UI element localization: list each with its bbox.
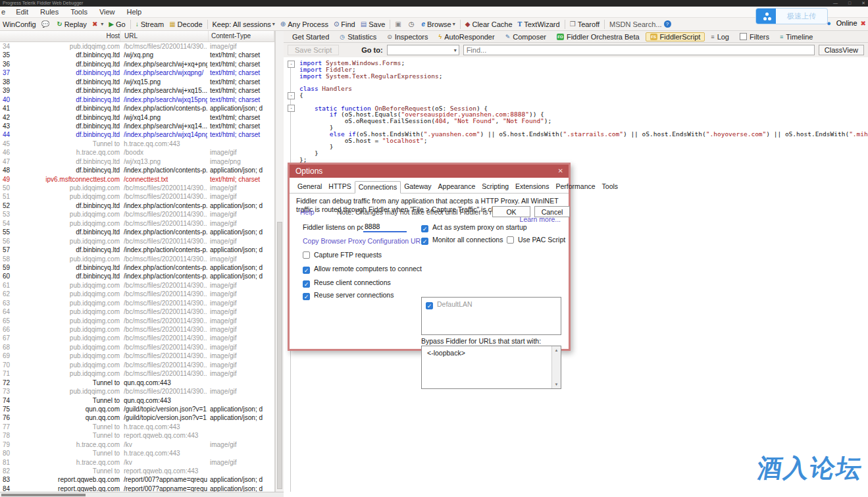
menu-rules[interactable]: Rules [34, 8, 64, 16]
session-row[interactable]: 42df.binbincyq.ltd/wj/xq14.pngtext/html;… [0, 113, 274, 122]
textwizard-button[interactable]: TTextWizard [515, 18, 563, 30]
session-row[interactable]: 62pub.idqqimg.com/bc/msc/files/20200114/… [0, 290, 274, 298]
tearoff-button[interactable]: ❐Tearoff [567, 18, 602, 30]
session-row[interactable]: 75qun.qq.com/guild/topic/version.json?v=… [0, 405, 274, 413]
vscrollbar-thumb[interactable] [277, 222, 282, 489]
ok-button[interactable]: OK [492, 206, 530, 217]
dialog-tab-connections[interactable]: Connections [355, 181, 401, 194]
menu-file[interactable]: e [0, 8, 10, 16]
session-row[interactable]: 49ipv6.msftconnecttest.com/connecttest.t… [0, 175, 274, 184]
session-row[interactable]: 59df.binbincyq.ltd/index.php/action/cont… [0, 263, 274, 272]
netdisk-upload-overlay[interactable]: 极速上传 [755, 8, 828, 24]
goto-dropdown[interactable]: ▾ [387, 45, 459, 55]
save-button[interactable]: ▤Save [358, 18, 388, 30]
capture-ftp-checkbox[interactable]: Capture FTP requests [303, 251, 382, 259]
session-row[interactable]: 55df.binbincyq.ltd/index.php/action/cont… [0, 228, 274, 236]
reuse-server-checkbox[interactable]: Reuse server connections [303, 291, 394, 300]
session-row[interactable]: 44df.binbincyq.ltd/index.php/search/wjxq… [0, 130, 274, 139]
tab-timeline[interactable]: ≡Timeline [775, 32, 817, 41]
session-list-header[interactable]: Host URL Content-Type [0, 31, 274, 42]
session-row[interactable]: 80Tunnel toh.trace.qq.com:443 [0, 449, 274, 458]
session-row[interactable]: 47df.binbincyq.ltd/wj/xq13.pngimage/png [0, 157, 274, 166]
dialog-tab-performance[interactable]: Performance [552, 181, 598, 193]
remove-sessions-button[interactable]: ✖▾ [89, 18, 106, 30]
save-script-button[interactable]: Save Script [288, 45, 339, 55]
tab-get-started[interactable]: Get Started [288, 32, 334, 41]
session-row[interactable]: 46h.trace.qq.com/boodximage/gif [0, 148, 274, 157]
close-button[interactable]: ✕ [861, 0, 865, 7]
dialog-tab-general[interactable]: General [294, 181, 325, 193]
session-row[interactable]: 56pub.idqqimg.com/bc/msc/files/20200114/… [0, 237, 274, 246]
go-button[interactable]: ▶Go [106, 18, 128, 30]
system-proxy-checkbox[interactable]: Act as system proxy on startup [421, 223, 527, 232]
bypass-scrollbar[interactable]: ▲ ▼ [551, 346, 561, 388]
msdn-search-button[interactable]: MSDN Search... ? [607, 18, 674, 30]
bypass-textarea[interactable]: <-loopback> ▲ ▼ [421, 346, 561, 389]
session-close-icon[interactable]: ✖ [861, 20, 866, 27]
session-row[interactable]: 63pub.idqqimg.com/bc/msc/files/20200114/… [0, 299, 274, 307]
session-list-hscrollbar[interactable] [0, 492, 284, 497]
tab-fiddler-orchestra[interactable]: FOFiddler Orchestra Beta [552, 32, 644, 41]
find-input[interactable] [463, 45, 815, 55]
session-row[interactable]: 48df.binbincyq.ltd/index.php/action/cont… [0, 166, 274, 174]
session-row[interactable]: 37df.binbincyq.ltd/index.php/search/wjxq… [0, 68, 274, 77]
session-row[interactable]: 53pub.idqqimg.com/bc/msc/files/20200114/… [0, 210, 274, 219]
menu-view[interactable]: View [93, 8, 121, 16]
menu-edit[interactable]: Edit [10, 8, 34, 16]
monitor-all-checkbox[interactable]: Monitor all connections [421, 236, 503, 245]
dialog-tab-appearance[interactable]: Appearance [435, 181, 479, 193]
session-row[interactable]: 34pub.idqqimg.com/bc/msc/files/20200114/… [0, 42, 274, 51]
session-row[interactable]: 57df.binbincyq.ltd/index.php/action/cont… [0, 246, 274, 254]
tab-fiddlerscript[interactable]: FSFiddlerScript [646, 32, 705, 41]
session-row[interactable]: 35df.binbincyq.ltd/wj/xq.pngtext/html; c… [0, 51, 274, 59]
online-indicator[interactable]: Online [836, 19, 857, 27]
copy-proxy-url-link[interactable]: Copy Browser Proxy Configuration URL [303, 237, 424, 245]
allow-remote-checkbox[interactable]: Allow remote computers to connect [303, 265, 422, 274]
dialog-tab-gateway[interactable]: Gateway [401, 181, 434, 193]
column-header-url[interactable]: URL [124, 31, 209, 41]
scroll-down-icon[interactable]: ▼ [552, 382, 561, 386]
session-list-vscrollbar[interactable] [275, 31, 284, 492]
reuse-client-checkbox[interactable]: Reuse client connections [303, 278, 391, 288]
session-row[interactable]: 70pub.idqqimg.com/bc/msc/files/20200114/… [0, 361, 274, 369]
replay-button[interactable]: ↻Replay [54, 18, 89, 30]
fold-toggle-icon[interactable]: - [288, 105, 295, 112]
dialog-tab-tools[interactable]: Tools [599, 181, 622, 193]
dialog-tab-extensions[interactable]: Extensions [512, 181, 552, 193]
dialog-close-icon[interactable]: ✕ [558, 165, 563, 178]
session-row[interactable]: 43df.binbincyq.ltd/index.php/search/wj+x… [0, 122, 274, 130]
session-row[interactable]: 81h.trace.qq.com/kvimage/gif [0, 458, 274, 467]
clear-cache-button[interactable]: ◆Clear Cache [463, 18, 515, 30]
session-row[interactable]: 74Tunnel toqun.qq.com:443 [0, 396, 274, 405]
session-row[interactable]: 36df.binbincyq.ltd/index.php/search/wj+x… [0, 60, 274, 68]
session-row[interactable]: 64pub.idqqimg.com/bc/msc/files/20200114/… [0, 307, 274, 316]
screenshot-button[interactable]: ▣ [392, 18, 405, 30]
session-row[interactable]: 54pub.idqqimg.com/bc/msc/files/20200114/… [0, 219, 274, 228]
any-process-button[interactable]: ⊕Any Process [278, 18, 331, 30]
tab-log[interactable]: ≡Log [706, 32, 734, 41]
session-row[interactable]: 51pub.idqqimg.com/bc/msc/files/20200114/… [0, 192, 274, 201]
keep-sessions-dropdown[interactable]: Keep: All sessions▾ [210, 18, 278, 30]
hscrollbar-thumb[interactable] [1, 494, 86, 496]
tab-composer[interactable]: ✎Composer [501, 32, 551, 41]
tab-filters[interactable]: Filters [735, 32, 774, 41]
session-row[interactable]: 60df.binbincyq.ltd/index.php/action/cont… [0, 272, 274, 280]
port-input[interactable] [363, 221, 407, 232]
session-row[interactable]: 41df.binbincyq.ltd/index.php/action/cont… [0, 104, 274, 113]
session-row[interactable]: 58pub.idqqimg.com/bc/msc/files/20200114/… [0, 255, 274, 263]
session-row[interactable]: 76qun.qq.com/guild/topic/version.json?v=… [0, 413, 274, 422]
session-row[interactable]: 69pub.idqqimg.com/bc/msc/files/20200114/… [0, 352, 274, 360]
session-row[interactable]: 82Tunnel toreport.qqweb.qq.com:443 [0, 467, 274, 475]
session-row[interactable]: 45Tunnel toh.trace.qq.com:443 [0, 140, 274, 148]
session-row[interactable]: 38df.binbincyq.ltd/wj/xq15.pngtext/html;… [0, 78, 274, 86]
classview-button[interactable]: ClassView [819, 45, 864, 55]
session-row[interactable]: 84report.qqweb.qq.com/report/007?appname… [0, 484, 274, 492]
tab-autoresponder[interactable]: ϟAutoResponder [434, 32, 499, 41]
session-row[interactable]: 65pub.idqqimg.com/bc/msc/files/20200114/… [0, 317, 274, 325]
session-row[interactable]: 79h.trace.qq.com/kvimage/gif [0, 440, 274, 449]
dialog-tab-https[interactable]: HTTPS [325, 181, 354, 193]
session-row[interactable]: 73pub.idqqimg.com/bc/msc/files/20200114/… [0, 387, 274, 396]
browse-button[interactable]: eBrowse▾ [419, 18, 457, 30]
fold-toggle-icon[interactable]: - [288, 92, 295, 99]
use-pac-checkbox[interactable]: Use PAC Script [507, 236, 565, 244]
